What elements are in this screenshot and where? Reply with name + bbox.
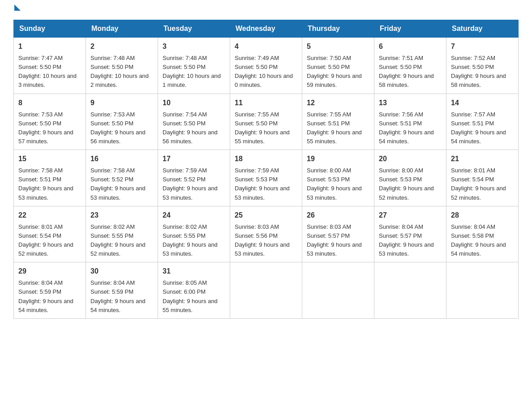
cell-content: Sunrise: 8:04 AMSunset: 5:59 PMDaylight:… — [18, 278, 81, 315]
calendar-cell: 31Sunrise: 8:05 AMSunset: 6:00 PMDayligh… — [158, 262, 230, 319]
cell-content: Sunrise: 7:58 AMSunset: 5:52 PMDaylight:… — [90, 166, 153, 202]
calendar-cell: 4Sunrise: 7:49 AMSunset: 5:50 PMDaylight… — [230, 38, 302, 94]
column-header-thursday: Thursday — [302, 20, 374, 38]
cell-content: Sunrise: 8:01 AMSunset: 5:54 PMDaylight:… — [18, 223, 81, 259]
cell-content: Sunrise: 8:03 AMSunset: 5:57 PMDaylight:… — [307, 223, 369, 259]
calendar-cell: 16Sunrise: 7:58 AMSunset: 5:52 PMDayligh… — [86, 150, 158, 206]
day-number: 9 — [90, 98, 153, 108]
calendar-cell — [446, 262, 519, 319]
day-number: 6 — [379, 41, 442, 52]
cell-content: Sunrise: 8:03 AMSunset: 5:56 PMDaylight:… — [235, 223, 297, 259]
cell-content: Sunrise: 8:04 AMSunset: 5:57 PMDaylight:… — [379, 223, 442, 259]
cell-content: Sunrise: 7:48 AMSunset: 5:50 PMDaylight:… — [90, 54, 153, 90]
calendar-cell: 15Sunrise: 7:58 AMSunset: 5:51 PMDayligh… — [14, 150, 86, 206]
day-number: 3 — [163, 41, 225, 52]
calendar-cell: 11Sunrise: 7:55 AMSunset: 5:50 PMDayligh… — [230, 94, 302, 150]
calendar-cell: 8Sunrise: 7:53 AMSunset: 5:50 PMDaylight… — [14, 94, 86, 150]
cell-content: Sunrise: 7:56 AMSunset: 5:51 PMDaylight:… — [379, 110, 442, 146]
day-number: 24 — [163, 210, 225, 221]
column-header-saturday: Saturday — [446, 20, 519, 38]
day-number: 18 — [235, 154, 297, 164]
column-header-friday: Friday — [374, 20, 446, 38]
day-number: 13 — [379, 98, 442, 108]
cell-content: Sunrise: 7:55 AMSunset: 5:50 PMDaylight:… — [235, 110, 297, 146]
day-number: 10 — [163, 98, 225, 108]
calendar-cell: 25Sunrise: 8:03 AMSunset: 5:56 PMDayligh… — [230, 206, 302, 262]
day-number: 12 — [307, 98, 369, 108]
day-number: 25 — [235, 210, 297, 221]
calendar-cell: 29Sunrise: 8:04 AMSunset: 5:59 PMDayligh… — [14, 262, 86, 319]
cell-content: Sunrise: 8:04 AMSunset: 5:58 PMDaylight:… — [451, 223, 514, 259]
day-number: 11 — [235, 98, 297, 108]
cell-content: Sunrise: 8:05 AMSunset: 6:00 PMDaylight:… — [163, 278, 225, 315]
day-number: 21 — [451, 154, 514, 164]
cell-content: Sunrise: 7:59 AMSunset: 5:52 PMDaylight:… — [163, 166, 225, 202]
calendar-cell — [374, 262, 446, 319]
calendar-cell: 10Sunrise: 7:54 AMSunset: 5:50 PMDayligh… — [158, 94, 230, 150]
column-header-monday: Monday — [86, 20, 158, 38]
cell-content: Sunrise: 8:02 AMSunset: 5:55 PMDaylight:… — [90, 223, 153, 259]
day-number: 8 — [18, 98, 81, 108]
day-number: 26 — [307, 210, 369, 221]
day-number: 19 — [307, 154, 369, 164]
day-number: 16 — [90, 154, 153, 164]
cell-content: Sunrise: 7:52 AMSunset: 5:50 PMDaylight:… — [451, 54, 514, 90]
calendar-week-row: 22Sunrise: 8:01 AMSunset: 5:54 PMDayligh… — [14, 206, 519, 262]
calendar-week-row: 8Sunrise: 7:53 AMSunset: 5:50 PMDaylight… — [14, 94, 519, 150]
cell-content: Sunrise: 7:55 AMSunset: 5:51 PMDaylight:… — [307, 110, 369, 146]
day-number: 4 — [235, 41, 297, 52]
day-number: 17 — [163, 154, 225, 164]
calendar-cell: 20Sunrise: 8:00 AMSunset: 5:53 PMDayligh… — [374, 150, 446, 206]
calendar-table: SundayMondayTuesdayWednesdayThursdayFrid… — [13, 20, 519, 319]
calendar-cell: 21Sunrise: 8:01 AMSunset: 5:54 PMDayligh… — [446, 150, 519, 206]
day-number: 5 — [307, 41, 369, 52]
day-number: 1 — [18, 41, 81, 52]
day-number: 15 — [18, 154, 81, 164]
calendar-cell: 14Sunrise: 7:57 AMSunset: 5:51 PMDayligh… — [446, 94, 519, 150]
cell-content: Sunrise: 7:58 AMSunset: 5:51 PMDaylight:… — [18, 166, 81, 202]
calendar-cell: 6Sunrise: 7:51 AMSunset: 5:50 PMDaylight… — [374, 38, 446, 94]
calendar-cell: 30Sunrise: 8:04 AMSunset: 5:59 PMDayligh… — [86, 262, 158, 319]
day-number: 30 — [90, 266, 153, 277]
cell-content: Sunrise: 8:04 AMSunset: 5:59 PMDaylight:… — [90, 278, 153, 315]
day-number: 14 — [451, 98, 514, 108]
cell-content: Sunrise: 7:48 AMSunset: 5:50 PMDaylight:… — [163, 54, 225, 90]
calendar-cell: 3Sunrise: 7:48 AMSunset: 5:50 PMDaylight… — [158, 38, 230, 94]
calendar-week-row: 29Sunrise: 8:04 AMSunset: 5:59 PMDayligh… — [14, 262, 519, 319]
cell-content: Sunrise: 7:47 AMSunset: 5:50 PMDaylight:… — [18, 54, 81, 90]
cell-content: Sunrise: 8:00 AMSunset: 5:53 PMDaylight:… — [379, 166, 442, 202]
column-header-tuesday: Tuesday — [158, 20, 230, 38]
cell-content: Sunrise: 7:57 AMSunset: 5:51 PMDaylight:… — [451, 110, 514, 146]
calendar-cell: 1Sunrise: 7:47 AMSunset: 5:50 PMDaylight… — [14, 38, 86, 94]
calendar-cell: 27Sunrise: 8:04 AMSunset: 5:57 PMDayligh… — [374, 206, 446, 262]
day-number: 22 — [18, 210, 81, 221]
day-number: 2 — [90, 41, 153, 52]
cell-content: Sunrise: 8:01 AMSunset: 5:54 PMDaylight:… — [451, 166, 514, 202]
calendar-cell: 19Sunrise: 8:00 AMSunset: 5:53 PMDayligh… — [302, 150, 374, 206]
cell-content: Sunrise: 7:54 AMSunset: 5:50 PMDaylight:… — [163, 110, 225, 146]
calendar-week-row: 15Sunrise: 7:58 AMSunset: 5:51 PMDayligh… — [14, 150, 519, 206]
calendar-week-row: 1Sunrise: 7:47 AMSunset: 5:50 PMDaylight… — [14, 38, 519, 94]
calendar-header-row: SundayMondayTuesdayWednesdayThursdayFrid… — [14, 20, 519, 38]
cell-content: Sunrise: 7:53 AMSunset: 5:50 PMDaylight:… — [90, 110, 153, 146]
calendar-cell: 26Sunrise: 8:03 AMSunset: 5:57 PMDayligh… — [302, 206, 374, 262]
day-number: 27 — [379, 210, 442, 221]
cell-content: Sunrise: 7:49 AMSunset: 5:50 PMDaylight:… — [235, 54, 297, 90]
cell-content: Sunrise: 8:02 AMSunset: 5:55 PMDaylight:… — [163, 223, 225, 259]
calendar-cell: 22Sunrise: 8:01 AMSunset: 5:54 PMDayligh… — [14, 206, 86, 262]
column-header-sunday: Sunday — [14, 20, 86, 38]
cell-content: Sunrise: 8:00 AMSunset: 5:53 PMDaylight:… — [307, 166, 369, 202]
cell-content: Sunrise: 7:59 AMSunset: 5:53 PMDaylight:… — [235, 166, 297, 202]
day-number: 23 — [90, 210, 153, 221]
calendar-cell — [230, 262, 302, 319]
day-number: 28 — [451, 210, 514, 221]
calendar-cell: 9Sunrise: 7:53 AMSunset: 5:50 PMDaylight… — [86, 94, 158, 150]
day-number: 20 — [379, 154, 442, 164]
calendar-cell: 17Sunrise: 7:59 AMSunset: 5:52 PMDayligh… — [158, 150, 230, 206]
calendar-cell: 5Sunrise: 7:50 AMSunset: 5:50 PMDaylight… — [302, 38, 374, 94]
calendar-cell: 12Sunrise: 7:55 AMSunset: 5:51 PMDayligh… — [302, 94, 374, 150]
column-header-wednesday: Wednesday — [230, 20, 302, 38]
calendar-cell: 13Sunrise: 7:56 AMSunset: 5:51 PMDayligh… — [374, 94, 446, 150]
day-number: 29 — [18, 266, 81, 277]
calendar-cell: 18Sunrise: 7:59 AMSunset: 5:53 PMDayligh… — [230, 150, 302, 206]
